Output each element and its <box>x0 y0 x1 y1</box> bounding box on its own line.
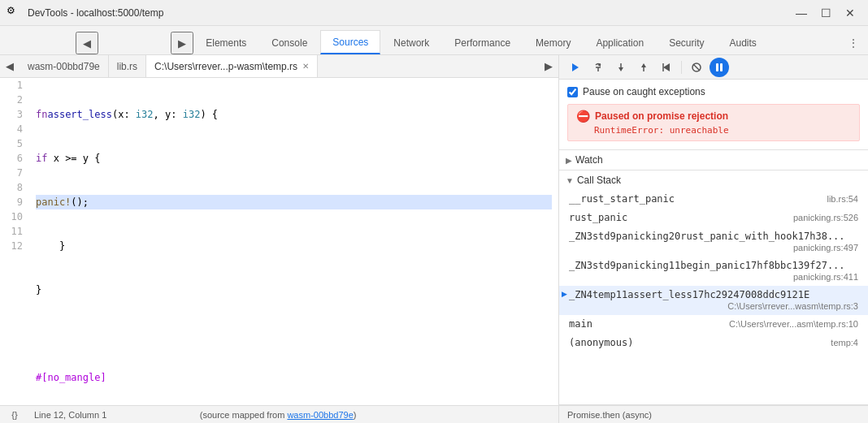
callstack-item-anonymous[interactable]: (anonymous) temp:4 <box>559 334 868 352</box>
svg-marker-0 <box>572 63 579 71</box>
line-numbers: 1 2 3 4 5 6 7 8 9 10 11 12 <box>0 78 29 405</box>
file-tab-temp-label: C:\Users\rrever...p-wasm\temp.rs <box>154 61 297 72</box>
callstack-loc-rust-panic: panicking.rs:526 <box>793 213 858 222</box>
paused-banner: ⛔ Paused on promise rejection RuntimeErr… <box>567 104 860 141</box>
tab-console[interactable]: Console <box>259 30 319 54</box>
svg-marker-5 <box>618 67 623 71</box>
code-line-2: if x >= y { <box>36 151 552 166</box>
tab-performance[interactable]: Performance <box>442 30 523 54</box>
tab-sources[interactable]: Sources <box>320 30 380 54</box>
file-tab-wasm[interactable]: wasm-00bbd79e <box>20 55 109 78</box>
pause-on-caught-label: Pause on caught exceptions <box>583 86 705 97</box>
watch-chevron: ▶ <box>566 156 572 165</box>
window-title: DevTools - localhost:5000/temp <box>28 7 790 19</box>
code-content: fn assert_less(x: i32, y: i32) { if x >=… <box>29 78 558 405</box>
more-tabs-button[interactable]: ⋮ <box>842 32 865 54</box>
line-num-4: 4 <box>7 122 23 136</box>
main-content: ◀ wasm-00bbd79e lib.rs C:\Users\rrever..… <box>0 55 868 423</box>
pretty-print-icon[interactable]: {} <box>8 408 21 421</box>
tab-application[interactable]: Application <box>584 30 656 54</box>
callstack-item-main[interactable]: main C:\Users\rrever...asm\temp.rs:10 <box>559 315 868 334</box>
step-out-button[interactable] <box>634 58 653 77</box>
line-num-5: 5 <box>7 136 23 151</box>
watch-label: Watch <box>575 154 603 166</box>
svg-rect-12 <box>716 63 718 71</box>
callstack-fn-anonymous: (anonymous) <box>569 337 824 348</box>
svg-marker-7 <box>641 63 646 67</box>
callstack-fn-panic-hook: _ZN3std9panicking20rust_panic_with_hook1… <box>569 231 858 242</box>
line-num-8: 8 <box>7 180 23 195</box>
devtools-icon: ⚙ <box>7 5 23 21</box>
pause-on-caught-row: Pause on caught exceptions <box>567 84 860 99</box>
step-into-button[interactable] <box>611 58 631 77</box>
cursor-position: Line 12, Column 1 <box>34 410 106 420</box>
callstack-loc-assert-less-full: C:\Users\rrever...wasm\temp.rs:3 <box>569 300 858 311</box>
line-num-3: 3 <box>7 107 23 122</box>
tab-security[interactable]: Security <box>657 30 716 54</box>
promise-footer: Promise.then (async) <box>559 405 868 423</box>
line-num-1: 1 <box>7 78 23 93</box>
step-back-button[interactable] <box>657 58 676 77</box>
line-num-11: 11 <box>7 224 23 239</box>
forward-nav-button[interactable]: ▶ <box>171 32 193 54</box>
callstack-item-assert-less[interactable]: _ZN4temp11assert_less17hc29247008ddc9121… <box>559 286 868 315</box>
source-map-text <box>119 410 187 420</box>
code-line-5: } <box>36 283 552 297</box>
minimize-button[interactable]: — <box>790 4 813 22</box>
svg-rect-13 <box>720 63 723 71</box>
pause-on-exceptions-button[interactable] <box>710 58 729 77</box>
code-line-1: fn assert_less(x: i32, y: i32) { <box>36 107 552 122</box>
callstack-loc-rust-start-panic: lib.rs:54 <box>827 194 858 204</box>
debug-toolbar <box>559 55 868 80</box>
watch-header[interactable]: ▶ Watch <box>559 150 868 170</box>
callstack-loc-main: C:\Users\rrever...asm\temp.rs:10 <box>729 319 858 329</box>
callstack-item-rust-panic[interactable]: rust_panic panicking.rs:526 <box>559 209 868 227</box>
callstack-chevron: ▼ <box>566 176 574 185</box>
back-nav-button[interactable]: ◀ <box>76 32 98 54</box>
callstack-loc-begin-panic-full: panicking.rs:411 <box>569 271 858 282</box>
status-bar: {} Line 12, Column 1 (source mapped from… <box>0 405 558 423</box>
line-num-10: 10 <box>7 209 23 224</box>
callstack-label: Call Stack <box>577 175 621 186</box>
line-num-6: 6 <box>7 151 23 166</box>
callstack-section: ▼ Call Stack __rust_start_panic lib.rs:5… <box>559 170 868 405</box>
resume-button[interactable] <box>566 58 585 77</box>
callstack-fn-rust-start-panic: __rust_start_panic <box>569 193 820 205</box>
source-map-label: (source mapped from wasm-00bbd79e) <box>200 410 357 420</box>
callstack-item-begin-panic[interactable]: _ZN3std9panicking11begin_panic17hf8bbc13… <box>559 257 868 286</box>
maximize-button[interactable]: ☐ <box>814 4 837 22</box>
code-area[interactable]: 1 2 3 4 5 6 7 8 9 10 11 12 fn assert_les… <box>0 78 558 405</box>
file-tab-temp-close[interactable]: ✕ <box>302 62 309 71</box>
callstack-loc-anonymous: temp:4 <box>831 338 858 347</box>
line-num-12: 12 <box>7 239 23 253</box>
right-scroll-area[interactable]: Pause on caught exceptions ⛔ Paused on p… <box>559 80 868 405</box>
pause-section: Pause on caught exceptions ⛔ Paused on p… <box>559 80 868 150</box>
tab-memory[interactable]: Memory <box>523 30 583 54</box>
tab-audits[interactable]: Audits <box>717 30 768 54</box>
file-tab-lib[interactable]: lib.rs <box>109 55 146 78</box>
source-map-link[interactable]: wasm-00bbd79e <box>287 410 353 420</box>
callstack-fn-rust-panic: rust_panic <box>569 212 787 223</box>
pause-on-caught-checkbox[interactable] <box>567 87 578 97</box>
tab-network[interactable]: Network <box>381 30 441 54</box>
callstack-header[interactable]: ▼ Call Stack <box>559 170 868 190</box>
file-tab-back[interactable]: ◀ <box>0 55 20 78</box>
code-line-7: #[no_mangle] <box>36 370 552 385</box>
step-over-button[interactable] <box>588 58 608 77</box>
deactivate-breakpoints-button[interactable] <box>687 58 706 77</box>
file-tabs: ◀ wasm-00bbd79e lib.rs C:\Users\rrever..… <box>0 55 558 78</box>
file-tab-temp[interactable]: C:\Users\rrever...p-wasm\temp.rs ✕ <box>146 55 318 78</box>
svg-marker-8 <box>663 63 670 71</box>
debugger-panel: Pause on caught exceptions ⛔ Paused on p… <box>559 55 868 423</box>
close-button[interactable]: ✕ <box>839 4 861 22</box>
callstack-item-panic-hook[interactable]: _ZN3std9panicking20rust_panic_with_hook1… <box>559 227 868 257</box>
error-icon: ⛔ <box>576 110 590 123</box>
file-tab-end[interactable]: ▶ <box>539 55 558 78</box>
line-num-2: 2 <box>7 93 23 107</box>
callstack-fn-assert-less: _ZN4temp11assert_less17hc29247008ddc9121… <box>569 289 858 300</box>
window-controls: — ☐ ✕ <box>790 4 861 22</box>
main-tabbar: ◀ ▶ Elements Console Sources Network Per… <box>0 26 868 55</box>
tab-elements[interactable]: Elements <box>193 30 258 54</box>
code-line-6 <box>36 326 552 341</box>
callstack-item-rust-start-panic[interactable]: __rust_start_panic lib.rs:54 <box>559 190 868 209</box>
